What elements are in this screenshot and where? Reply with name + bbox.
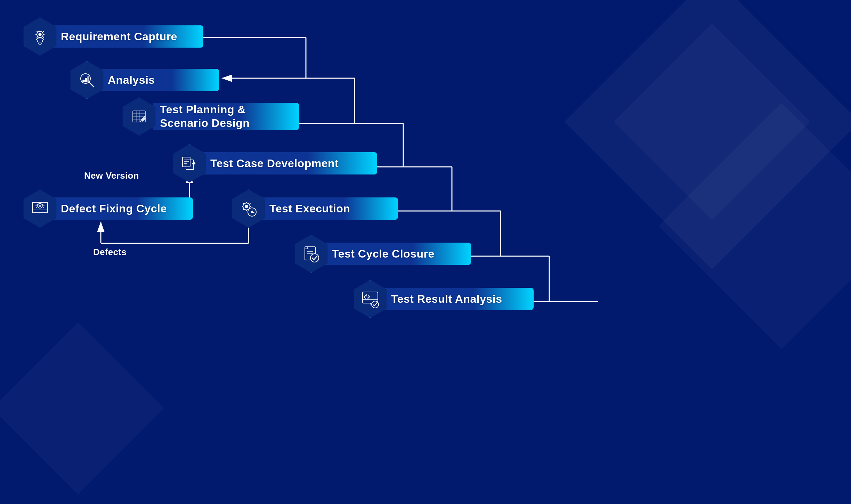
svg-rect-17 [183, 157, 190, 167]
test-case-dev-label: Test Case Development [210, 157, 339, 170]
defects-label: Defects [93, 247, 127, 258]
svg-point-2 [39, 33, 41, 36]
test-execution-icon [229, 189, 268, 228]
test-result-analysis-icon [351, 280, 389, 318]
analysis-label: Analysis [108, 74, 155, 87]
svg-rect-8 [88, 76, 89, 82]
svg-line-5 [89, 82, 94, 87]
test-planning-label2: Scenario Design [160, 117, 250, 130]
magnify-chart-icon [77, 70, 97, 90]
test-execution-bar: Test Execution [262, 197, 398, 220]
analysis-bar: Analysis [101, 69, 219, 91]
test-result-analysis-label: Test Result Analysis [391, 293, 502, 306]
svg-rect-18 [186, 160, 194, 170]
svg-line-15 [140, 120, 141, 122]
test-case-dev-bar: Test Case Development [203, 152, 377, 174]
defect-fixing-bar: Defect Fixing Cycle [54, 197, 193, 220]
requirement-capture-item: Requirement Capture [21, 17, 203, 56]
analysis-item: Analysis [68, 61, 219, 99]
doc-convert-icon [180, 154, 199, 173]
svg-line-31 [36, 207, 38, 208]
code-check-icon [360, 289, 380, 309]
svg-point-3 [39, 42, 41, 45]
svg-rect-6 [83, 80, 84, 82]
test-cycle-closure-icon [292, 235, 330, 273]
requirement-capture-icon [21, 17, 59, 56]
test-case-dev-icon [170, 144, 209, 182]
monitor-bug-icon [30, 199, 50, 218]
test-planning-item: Test Planning & Scenario Design [120, 97, 299, 136]
test-result-analysis-bar: Test Result Analysis [384, 288, 534, 310]
svg-line-32 [42, 204, 44, 205]
svg-rect-7 [85, 78, 87, 82]
test-planning-label1: Test Planning & [160, 103, 246, 116]
svg-line-34 [42, 207, 44, 208]
gear-clock-icon [239, 199, 258, 218]
test-result-analysis-item: Test Result Analysis [351, 280, 534, 318]
test-cycle-closure-label: Test Cycle Closure [332, 247, 435, 260]
test-planning-bar: Test Planning & Scenario Design [153, 103, 299, 130]
test-case-dev-item: Test Case Development [170, 144, 377, 182]
svg-point-40 [251, 211, 253, 213]
gear-brain-icon [30, 27, 50, 46]
svg-point-36 [245, 205, 248, 208]
defect-fixing-label: Defect Fixing Cycle [61, 202, 167, 215]
blueprint-edit-icon [129, 107, 149, 126]
requirement-capture-bar: Requirement Capture [54, 25, 203, 48]
svg-rect-22 [32, 202, 48, 213]
analysis-icon [68, 61, 106, 99]
test-cycle-closure-item: Test Cycle Closure [292, 235, 471, 273]
defect-fixing-item: Defect Fixing Cycle [21, 189, 193, 228]
svg-point-44 [310, 254, 319, 262]
test-cycle-closure-bar: Test Cycle Closure [325, 243, 471, 265]
new-version-label: New Version [84, 170, 139, 181]
test-execution-item: Test Execution [229, 189, 398, 228]
requirement-capture-label: Requirement Capture [61, 30, 177, 43]
defect-fixing-icon [21, 189, 59, 228]
test-planning-icon [120, 97, 158, 136]
main-diagram: New Version Defects Requirement Capture [0, 0, 851, 504]
svg-line-29 [36, 204, 38, 205]
svg-line-49 [366, 294, 367, 300]
test-execution-label: Test Execution [269, 202, 350, 215]
doc-check-icon [301, 244, 321, 263]
